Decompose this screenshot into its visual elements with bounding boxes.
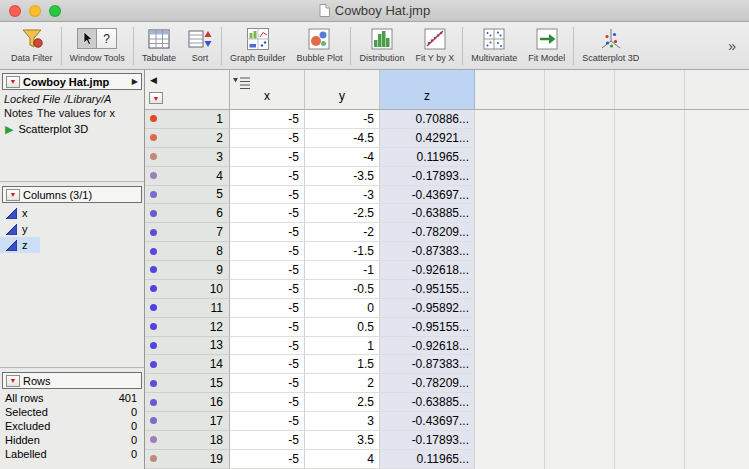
cell-x[interactable]: -5 [230,242,305,261]
row-header-cell[interactable]: 15 [145,374,230,393]
cell-z[interactable]: 0.70886... [380,110,475,129]
row-marker-dot[interactable] [150,417,157,424]
toolbar-button-scatterplot-3d[interactable]: Scatterplot 3D [577,23,644,68]
row-marker-dot[interactable] [150,342,157,349]
row-header-cell[interactable]: 3 [145,148,230,167]
arrow-cursor-tool-button[interactable] [77,28,97,49]
cell-y[interactable]: -1 [305,261,380,280]
table-row[interactable]: 18 -5 3.5 -0.17893... [145,431,749,450]
row-header-cell[interactable]: 11 [145,299,230,318]
cell-x[interactable]: -5 [230,280,305,299]
cell-x[interactable]: -5 [230,167,305,186]
table-row[interactable]: 15 -5 2 -0.78209... [145,374,749,393]
toolbar-button-tabulate[interactable]: Tabulate [137,23,181,68]
row-header-cell[interactable]: 12 [145,318,230,337]
table-row[interactable]: 3 -5 -4 0.11965... [145,148,749,167]
cell-y[interactable]: 0.5 [305,318,380,337]
script-run-icon[interactable]: ▶ [5,124,13,135]
table-row[interactable]: 4 -5 -3.5 -0.17893... [145,167,749,186]
script-item-scatterplot-3d[interactable]: ▶ Scatterplot 3D [0,120,144,136]
column-header-y[interactable]: y [305,70,380,109]
row-marker-dot[interactable] [150,361,157,368]
row-marker-dot[interactable] [150,380,157,387]
row-marker-dot[interactable] [150,115,157,122]
grid-red-triangle-menu[interactable]: ▼ [149,92,163,104]
columns-list-icon[interactable] [233,76,251,89]
help-tool-button[interactable]: ? [97,28,117,49]
toolbar-button-sort[interactable]: Sort [182,23,218,68]
toolbar-button-multivariate[interactable]: Multivariate [466,23,522,68]
cell-x[interactable]: -5 [230,450,305,469]
table-red-triangle-menu[interactable]: ▼ [6,76,20,88]
column-item-y[interactable]: y [0,221,40,237]
cell-z[interactable]: -0.63885... [380,393,475,412]
table-row[interactable]: 16 -5 2.5 -0.63885... [145,393,749,412]
cell-z[interactable]: -0.78209... [380,374,475,393]
cell-x[interactable]: -5 [230,148,305,167]
cell-y[interactable]: -3.5 [305,167,380,186]
row-header-cell[interactable]: 16 [145,393,230,412]
cell-z[interactable]: 0.11965... [380,148,475,167]
table-row[interactable]: 19 -5 4 0.11965... [145,450,749,469]
cell-y[interactable]: -0.5 [305,280,380,299]
cell-x[interactable]: -5 [230,110,305,129]
row-marker-dot[interactable] [150,134,157,141]
cell-z[interactable]: -0.17893... [380,167,475,186]
cell-y[interactable]: -2 [305,223,380,242]
toolbar-overflow-button[interactable]: » [719,38,745,54]
cell-y[interactable]: -2.5 [305,204,380,223]
row-marker-dot[interactable] [150,304,157,311]
cell-x[interactable]: -5 [230,431,305,450]
table-row[interactable]: 13 -5 1 -0.92618... [145,337,749,356]
toolbar-button-fit-y-by-x[interactable]: Fit Y by X [411,23,460,68]
table-row[interactable]: 5 -5 -3 -0.43697... [145,186,749,205]
cell-x[interactable]: -5 [230,186,305,205]
cell-x[interactable]: -5 [230,204,305,223]
row-header-cell[interactable]: 13 [145,337,230,356]
cell-z[interactable]: -0.78209... [380,223,475,242]
column-item-z[interactable]: z [0,237,40,253]
row-marker-dot[interactable] [150,399,157,406]
cell-x[interactable]: -5 [230,299,305,318]
rows-stat-hidden[interactable]: Hidden 0 [0,433,144,447]
row-marker-dot[interactable] [150,229,157,236]
row-marker-dot[interactable] [150,285,157,292]
row-header-cell[interactable]: 8 [145,242,230,261]
cell-y[interactable]: 3 [305,412,380,431]
cell-y[interactable]: 2 [305,374,380,393]
cell-z[interactable]: -0.92618... [380,261,475,280]
table-row[interactable]: 10 -5 -0.5 -0.95155... [145,280,749,299]
table-row[interactable]: 7 -5 -2 -0.78209... [145,223,749,242]
table-row[interactable]: 8 -5 -1.5 -0.87383... [145,242,749,261]
toolbar-button-data-filter[interactable]: Data Filter [6,23,58,68]
table-row[interactable]: 2 -5 -4.5 0.42921... [145,129,749,148]
row-marker-dot[interactable] [150,266,157,273]
cell-x[interactable]: -5 [230,374,305,393]
row-header-cell[interactable]: 5 [145,186,230,205]
column-item-x[interactable]: x [0,205,40,221]
row-marker-dot[interactable] [150,191,157,198]
cell-z[interactable]: -0.95892... [380,299,475,318]
table-row[interactable]: 9 -5 -1 -0.92618... [145,261,749,280]
row-header-cell[interactable]: 1 [145,110,230,129]
cell-x[interactable]: -5 [230,412,305,431]
cell-y[interactable]: 0 [305,299,380,318]
rows-stat-all-rows[interactable]: All rows 401 [0,391,144,405]
minimize-window-button[interactable] [29,5,41,17]
cell-x[interactable]: -5 [230,223,305,242]
cell-y[interactable]: -1.5 [305,242,380,261]
cell-z[interactable]: -0.87383... [380,242,475,261]
row-header-cell[interactable]: 10 [145,280,230,299]
row-header-cell[interactable]: 18 [145,431,230,450]
table-row[interactable]: 17 -5 3 -0.43697... [145,412,749,431]
panel-expand-icon[interactable]: ▶ [132,77,138,86]
cell-y[interactable]: 2.5 [305,393,380,412]
row-marker-dot[interactable] [150,436,157,443]
cell-y[interactable]: -5 [305,110,380,129]
table-row[interactable]: 11 -5 0 -0.95892... [145,299,749,318]
row-header-cell[interactable]: 6 [145,204,230,223]
cell-y[interactable]: -4.5 [305,129,380,148]
column-header-z[interactable]: z [380,70,475,109]
cell-z[interactable]: -0.43697... [380,186,475,205]
table-row[interactable]: 12 -5 0.5 -0.95155... [145,318,749,337]
